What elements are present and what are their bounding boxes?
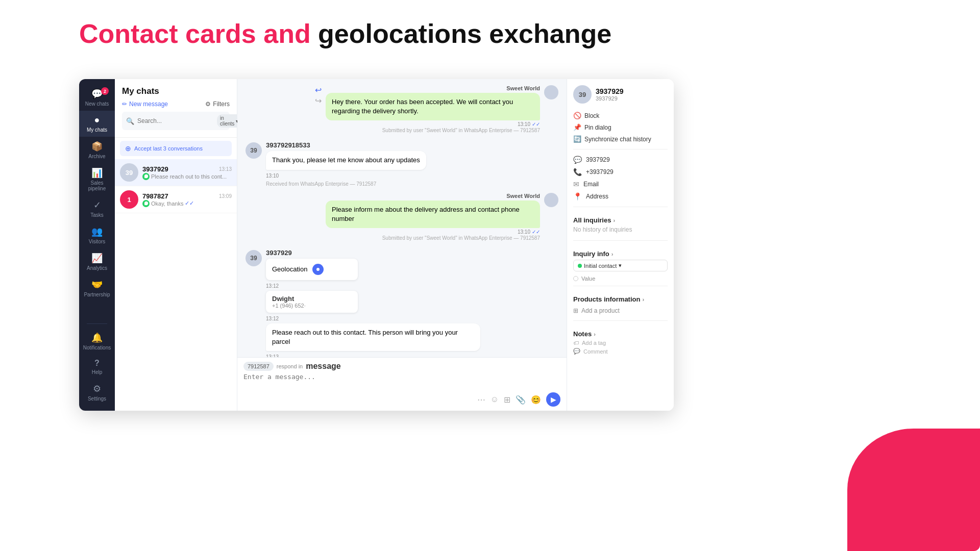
title-normal: geolocations exchange bbox=[318, 19, 611, 48]
sidebar-item-notifications[interactable]: 🔔 Notifications bbox=[79, 328, 115, 355]
initial-contact-select[interactable]: Initial contact ▾ bbox=[573, 260, 668, 271]
message-input[interactable] bbox=[243, 373, 560, 388]
input-actions: ⋯ ☺ ⊞ 📎 😊 ▶ bbox=[243, 392, 560, 407]
respond-channel: message bbox=[306, 362, 341, 371]
sidebar-item-analytics[interactable]: 📈 Analytics bbox=[79, 248, 115, 275]
comment-label: Comment bbox=[583, 348, 608, 355]
chat-name-0: 3937929 bbox=[142, 165, 168, 173]
add-tag-label: Add a tag bbox=[582, 340, 606, 346]
geo-label: Geolocation bbox=[272, 265, 307, 273]
sidebar-item-settings[interactable]: ⚙ Settings bbox=[79, 379, 115, 406]
notifications-icon: 🔔 bbox=[91, 332, 103, 343]
sidebar-label-visitors: Visitors bbox=[89, 239, 106, 244]
double-check-1: ✓✓ bbox=[185, 200, 194, 207]
no-history: No history of inquiries bbox=[573, 226, 668, 233]
phone-number: +3937929 bbox=[586, 168, 614, 176]
sidebar-item-partnership[interactable]: 🤝 Partnership bbox=[79, 275, 115, 302]
contact-address: 📍 Address bbox=[573, 190, 668, 203]
chat-item-1[interactable]: 1 7987827 13:09 Okay, thanks ✓✓ bbox=[115, 186, 237, 213]
sidebar-label-archive: Archive bbox=[88, 154, 105, 159]
pin-label: Pin dialog bbox=[584, 124, 611, 131]
divider-4 bbox=[573, 286, 668, 286]
all-inquiries-section[interactable]: All inquiries › bbox=[573, 216, 668, 224]
add-product-button[interactable]: ⊞ Add a product bbox=[573, 305, 668, 316]
select-chevron: ▾ bbox=[619, 262, 622, 269]
reply-up-icon[interactable]: ↩ bbox=[315, 85, 322, 95]
sidebar-item-visitors[interactable]: 👥 Visitors bbox=[79, 222, 115, 248]
send-button[interactable]: ▶ bbox=[546, 392, 560, 407]
chat-main: ↩ ↪ Sweet World Hey there. Your order ha… bbox=[237, 79, 567, 411]
value-circle bbox=[573, 276, 578, 281]
compose-icon: ✏ bbox=[122, 101, 127, 108]
sidebar-item-my-chats[interactable]: ● My chats bbox=[79, 111, 115, 137]
settings-icon: ⚙ bbox=[93, 383, 101, 394]
notes-label: Notes bbox=[573, 330, 592, 338]
contact-sub-name: 3937929 bbox=[596, 95, 624, 102]
archive-icon: 📦 bbox=[91, 141, 103, 152]
sidebar-label-my-chats: My chats bbox=[87, 127, 107, 133]
action-sync[interactable]: 🔄 Synchronize chat history bbox=[573, 133, 668, 145]
filter-icon: ⚙ bbox=[205, 101, 211, 108]
value-row: Value bbox=[573, 276, 668, 282]
phone-icon: 📞 bbox=[573, 168, 582, 176]
accept-banner[interactable]: ⊕ Accept last 3 conversations bbox=[120, 141, 232, 156]
incoming-number-1: 393792918533 bbox=[266, 141, 426, 149]
comment-row[interactable]: 💬 Comment bbox=[573, 348, 668, 355]
sticker-icon[interactable]: ⊞ bbox=[504, 395, 510, 405]
sidebar-label-notifications: Notifications bbox=[83, 345, 111, 350]
sidebar-divider bbox=[87, 323, 107, 324]
reply-down-icon[interactable]: ↪ bbox=[315, 96, 322, 106]
sidebar-item-new-chats[interactable]: 2 💬 New chats bbox=[79, 84, 115, 111]
chat-list-panel: My chats ✏ New message ⚙ Filters 🔍 in cl… bbox=[115, 79, 237, 411]
chat-preview-1: Okay, thanks ✓✓ bbox=[142, 200, 232, 207]
chat-item-0[interactable]: 39 3937929 13:13 Please reach out to thi… bbox=[115, 159, 237, 186]
accept-label: Accept last 3 conversations bbox=[134, 145, 203, 152]
chat-preview-0: Please reach out to this cont... bbox=[142, 173, 232, 180]
dots-icon[interactable]: ⋯ bbox=[477, 395, 485, 405]
products-section[interactable]: Products information › bbox=[573, 295, 668, 303]
new-chats-badge: 2 bbox=[101, 87, 109, 95]
add-product-icon: ⊞ bbox=[573, 307, 578, 314]
geo-time: 13:12 bbox=[266, 283, 480, 289]
partnership-icon: 🤝 bbox=[91, 279, 103, 290]
sidebar-item-help[interactable]: ? Help bbox=[79, 355, 115, 379]
chevron-icon-3: › bbox=[642, 296, 644, 303]
channel-tag[interactable]: 7912587 bbox=[243, 362, 274, 371]
sidebar-label-settings: Settings bbox=[88, 396, 106, 402]
notes-section[interactable]: Notes › bbox=[573, 330, 668, 338]
visitors-icon: 👥 bbox=[91, 226, 103, 237]
action-pin[interactable]: 📌 Pin dialog bbox=[573, 121, 668, 133]
check-icon-0: ✓✓ bbox=[532, 121, 540, 127]
contact-badge: 39 bbox=[573, 85, 592, 104]
my-chats-icon: ● bbox=[94, 115, 100, 126]
check-icon-2: ✓✓ bbox=[532, 229, 540, 235]
add-tag-row[interactable]: 🏷 Add a tag bbox=[573, 340, 668, 346]
avatar-1: 1 bbox=[120, 190, 138, 209]
add-product-label: Add a product bbox=[581, 307, 620, 314]
chat-input-area: 7912587 respond in message ⋯ ☺ ⊞ 📎 😊 ▶ bbox=[237, 357, 567, 411]
chat-list-actions: ✏ New message ⚙ Filters bbox=[122, 101, 230, 108]
initial-contact-label: Initial contact bbox=[584, 263, 617, 269]
filters-button[interactable]: ⚙ Filters bbox=[205, 101, 230, 108]
sidebar-label-analytics: Analytics bbox=[87, 265, 107, 271]
sidebar-item-sales-pipeline[interactable]: 📊 Sales pipeline bbox=[79, 163, 115, 195]
emoji-icon[interactable]: 😊 bbox=[531, 395, 541, 405]
sidebar-label-partnership: Partnership bbox=[84, 292, 110, 297]
new-message-button[interactable]: ✏ New message bbox=[122, 101, 168, 108]
avatar-0: 39 bbox=[120, 163, 138, 182]
sender-2: Sweet World bbox=[326, 193, 540, 199]
action-block[interactable]: 🚫 Block bbox=[573, 110, 668, 121]
divider-3 bbox=[573, 240, 668, 241]
num-badge-1: 39 bbox=[246, 142, 262, 159]
message-row-1: 39 393792918533 Thank you, please let me… bbox=[246, 139, 558, 186]
email-icon: ✉ bbox=[573, 180, 579, 188]
inquiry-info-section[interactable]: Inquiry info › bbox=[573, 250, 668, 258]
whatsapp-detail-icon: 💬 bbox=[573, 156, 582, 164]
attach-icon[interactable]: 📎 bbox=[516, 395, 526, 405]
sidebar-item-tasks[interactable]: ✓ Tasks bbox=[79, 195, 115, 222]
contact-card-name: Dwight bbox=[272, 295, 352, 303]
all-inquiries-label: All inquiries bbox=[573, 216, 611, 224]
search-input[interactable] bbox=[137, 117, 214, 124]
sidebar-item-archive[interactable]: 📦 Archive bbox=[79, 137, 115, 163]
emoji-face-icon[interactable]: ☺ bbox=[491, 395, 499, 404]
